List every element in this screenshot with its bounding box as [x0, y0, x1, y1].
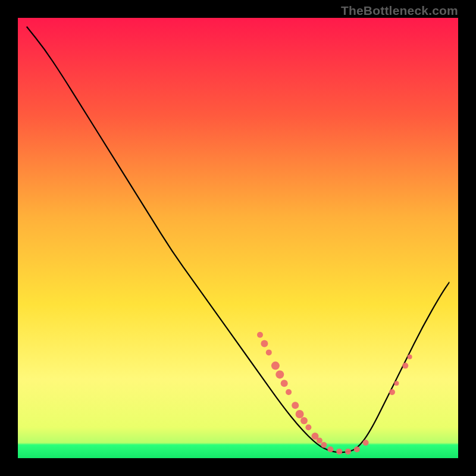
data-marker: [261, 340, 268, 347]
data-marker: [321, 442, 327, 448]
data-marker: [300, 417, 308, 424]
data-marker: [408, 355, 412, 359]
chart-svg: [18, 18, 458, 458]
data-marker: [345, 449, 351, 455]
data-marker: [271, 362, 280, 370]
data-marker: [281, 380, 288, 387]
data-marker: [402, 363, 408, 369]
data-marker: [354, 446, 360, 452]
watermark-text: TheBottleneck.com: [341, 4, 458, 18]
data-marker: [317, 437, 322, 443]
data-marker: [266, 349, 272, 355]
chart-frame: [18, 18, 458, 458]
data-marker: [327, 446, 333, 452]
data-marker: [394, 381, 399, 386]
data-marker: [286, 389, 292, 395]
data-marker: [257, 332, 263, 338]
data-marker: [389, 389, 395, 395]
data-marker: [275, 370, 284, 378]
data-marker: [336, 449, 342, 455]
data-marker: [296, 410, 304, 418]
data-marker: [305, 424, 311, 430]
data-marker: [363, 440, 369, 446]
data-marker: [292, 402, 299, 409]
